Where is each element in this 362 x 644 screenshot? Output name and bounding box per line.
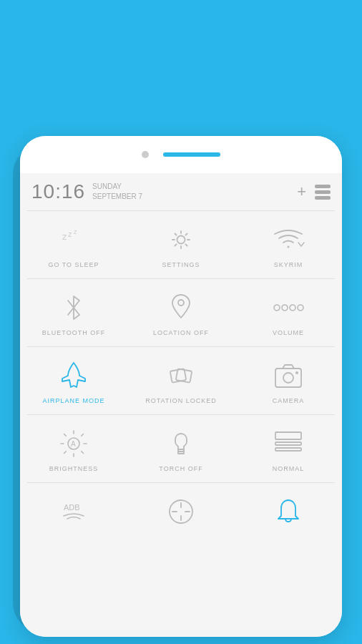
phone-camera [142, 151, 149, 158]
add-icon[interactable]: + [297, 182, 306, 201]
volume-icon [273, 292, 304, 323]
qs-item-adb[interactable]: ADB [20, 486, 127, 527]
svg-line-21 [82, 452, 84, 454]
qs-item-airplane[interactable]: AIRPLANE MODE [20, 350, 127, 411]
camera-icon [273, 360, 304, 391]
torch-icon [165, 428, 197, 459]
svg-rect-26 [275, 432, 301, 439]
bluetooth-icon [58, 292, 89, 323]
svg-point-8 [298, 305, 303, 311]
svg-point-4 [178, 300, 184, 306]
phone-body: 10:16 SUNDAY SEPTEMBER 7 + [20, 136, 342, 637]
svg-rect-11 [275, 369, 301, 387]
qs-item-go-to-sleep[interactable]: z z z GO TO SLEEP [20, 214, 127, 275]
airplane-icon [58, 360, 89, 391]
status-controls: + [297, 182, 331, 201]
adb-icon: ADB [58, 496, 89, 527]
svg-point-12 [283, 373, 293, 383]
qs-row-5-partial: ADB [20, 483, 342, 530]
status-date: SEPTEMBER 7 [92, 192, 142, 202]
qs-item-location[interactable]: LOCATION OFF [127, 282, 235, 343]
qs-label-camera: CAMERA [273, 397, 305, 404]
phone-top-bar [20, 136, 342, 173]
qs-row-4: A BRIGHTNESS [20, 415, 342, 482]
normal-icon [273, 428, 304, 459]
svg-point-3 [177, 236, 185, 244]
qs-label-airplane: AIRPLANE MODE [42, 397, 104, 404]
svg-text:z: z [62, 231, 67, 242]
rotation-icon [165, 360, 197, 391]
svg-point-6 [282, 305, 288, 311]
status-time: 10:16 [31, 180, 85, 203]
qs-item-brightness[interactable]: A BRIGHTNESS [20, 418, 127, 479]
qs-row-2: BLUETOOTH OFF LOCATION OFF [20, 279, 342, 346]
qs-label-normal: NORMAL [273, 465, 305, 472]
qs-label-brightness: BRIGHTNESS [49, 465, 99, 472]
sleep-icon: z z z [58, 224, 89, 255]
svg-line-22 [82, 434, 84, 436]
svg-point-7 [290, 305, 295, 311]
qs-label-volume: VOLUME [273, 329, 304, 336]
qs-label-torch: TORCH OFF [159, 465, 202, 472]
qs-label-location: LOCATION OFF [153, 329, 209, 336]
qs-row-3: AIRPLANE MODE ROTATION LOCKED [20, 347, 342, 414]
svg-rect-27 [275, 442, 301, 445]
qs-item-normal[interactable]: NORMAL [235, 418, 342, 479]
bell-icon [273, 496, 304, 527]
svg-text:ADB: ADB [64, 503, 80, 512]
phone-speaker [163, 152, 220, 157]
qs-item-settings[interactable]: SETTINGS [127, 214, 235, 275]
qs-label-settings: SETTINGS [162, 261, 200, 268]
qs-row-1: z z z GO TO SLEEP SETTINGS [20, 211, 342, 278]
qs-item-bluetooth[interactable]: BLUETOOTH OFF [20, 282, 127, 343]
qs-label-skyrim: SKYRIM [274, 261, 303, 268]
compass-icon [165, 496, 197, 527]
svg-line-20 [64, 434, 67, 436]
qs-label-bluetooth: BLUETOOTH OFF [42, 329, 105, 336]
svg-point-13 [295, 371, 298, 374]
grid-settings-icon[interactable] [315, 185, 331, 200]
qs-item-compass[interactable] [127, 486, 235, 527]
qs-label-go-to-sleep: GO TO SLEEP [48, 261, 99, 268]
qs-item-bell[interactable] [235, 486, 342, 527]
svg-point-5 [274, 305, 280, 311]
gear-icon [165, 224, 197, 255]
svg-text:z: z [68, 230, 72, 238]
qs-item-rotation[interactable]: ROTATION LOCKED [127, 350, 235, 411]
qs-item-skyrim[interactable]: SKYRIM [235, 214, 342, 275]
status-bar: 10:16 SUNDAY SEPTEMBER 7 + [20, 173, 342, 210]
qs-item-camera[interactable]: CAMERA [235, 350, 342, 411]
location-icon [165, 292, 197, 323]
svg-line-23 [64, 452, 67, 454]
quick-settings-panel: 10:16 SUNDAY SEPTEMBER 7 + [20, 173, 342, 637]
wifi-dropdown-icon [273, 224, 304, 255]
brightness-icon: A [58, 428, 89, 459]
status-day: SUNDAY [92, 182, 142, 192]
qs-label-rotation: ROTATION LOCKED [145, 397, 217, 404]
svg-text:z: z [74, 228, 77, 235]
qs-item-torch[interactable]: TORCH OFF [127, 418, 235, 479]
svg-rect-28 [275, 448, 301, 451]
svg-text:A: A [71, 440, 76, 448]
qs-item-volume[interactable]: VOLUME [235, 282, 342, 343]
